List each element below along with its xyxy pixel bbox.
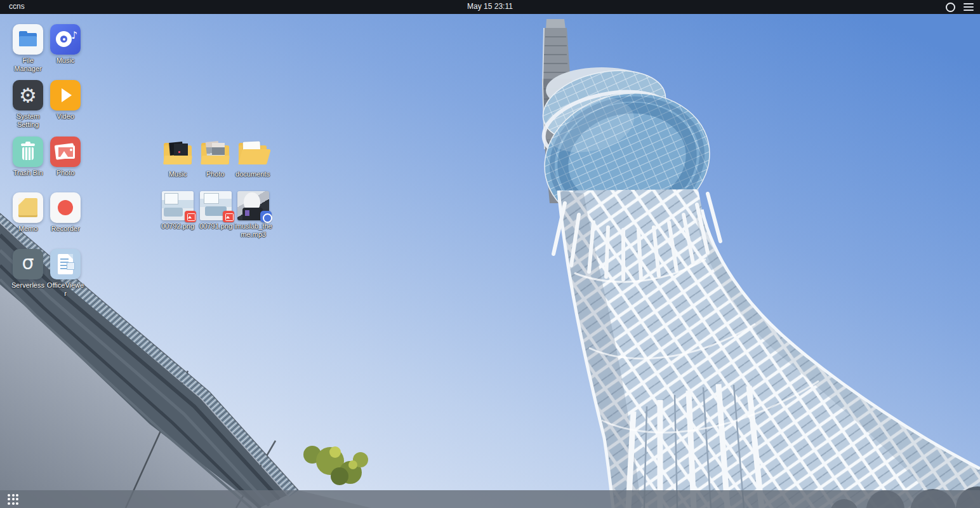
desktop-icon-recorder[interactable]: Recorder — [46, 192, 84, 233]
music-badge-icon — [260, 211, 272, 222]
recorder-app-icon — [50, 192, 81, 223]
desktop-icon-music-app[interactable]: ♪ Music — [46, 24, 84, 65]
photo-app-icon — [50, 137, 81, 167]
sigma-icon: σ — [13, 249, 43, 279]
desktop-folder-documents[interactable]: documents — [232, 139, 273, 178]
desktop-folder-photo[interactable]: Photo — [195, 139, 235, 178]
desktop-screen: ccns May 15 23:11 File Manager ♪ Music ⚙… — [0, 0, 980, 508]
desktop-icon-photo-app[interactable]: Photo — [46, 137, 84, 177]
system-setting-icon: ⚙ — [13, 80, 43, 110]
icon-label: Trash Bin — [9, 169, 47, 177]
gear-icon: ⚙ — [13, 80, 43, 110]
icon-label: File Manager — [9, 57, 47, 73]
desktop-icon-video[interactable]: Video — [46, 80, 84, 121]
image-file-icon — [162, 191, 194, 220]
desktop-icon-system-setting[interactable]: ⚙ System Setting — [9, 80, 47, 129]
icon-label: System Setting — [9, 112, 47, 129]
workspace-label[interactable]: ccns — [9, 2, 25, 11]
app-grid-icon[interactable] — [8, 494, 18, 505]
icon-label: OfficeViewer — [46, 281, 84, 298]
video-app-icon — [50, 80, 81, 110]
icon-label: imuslab_theme.mp3 — [233, 222, 274, 239]
icon-label: Photo — [195, 170, 235, 178]
desktop-icon-office-viewer[interactable]: OfficeViewer — [46, 249, 84, 298]
icon-label: 00792.png — [157, 222, 198, 231]
icon-label: Music — [157, 170, 198, 178]
status-ring-icon[interactable] — [946, 3, 955, 12]
top-status-bar: ccns May 15 23:11 — [0, 0, 980, 14]
folder-music-icon — [162, 140, 193, 168]
icon-label: documents — [232, 170, 273, 178]
trash-bin-icon — [13, 137, 43, 167]
taskbar — [0, 490, 980, 508]
hamburger-menu-icon[interactable] — [963, 3, 974, 11]
desktop-icon-memo[interactable]: Memo — [9, 192, 47, 233]
music-note-icon: ♪ — [71, 29, 77, 41]
desktop-icon-serverless[interactable]: σ Serverless — [9, 249, 47, 290]
icon-label: Serverless — [9, 281, 47, 290]
audio-file-icon — [237, 191, 269, 220]
play-icon — [62, 88, 72, 102]
image-badge-icon — [185, 211, 196, 222]
folder-open-icon — [237, 140, 268, 168]
file-manager-icon — [13, 24, 43, 55]
wallpaper-image — [0, 0, 980, 508]
clock: May 15 23:11 — [467, 2, 513, 11]
desktop-file-00792-png[interactable]: 00792.png — [157, 191, 198, 231]
image-file-icon — [200, 191, 232, 220]
desktop-icon-file-manager[interactable]: File Manager — [9, 24, 47, 73]
music-app-icon: ♪ — [50, 24, 81, 55]
office-viewer-icon — [50, 249, 81, 279]
icon-label: Video — [46, 112, 84, 121]
serverless-app-icon: σ — [13, 249, 43, 279]
desktop-folder-music[interactable]: Music — [157, 139, 198, 178]
memo-app-icon — [13, 192, 43, 223]
icon-label: 00791.png — [195, 222, 236, 231]
folder-photo-icon — [200, 140, 230, 168]
desktop-file-imuslab-theme-mp3[interactable]: imuslab_theme.mp3 — [233, 191, 274, 239]
icon-label: Recorder — [46, 225, 84, 233]
desktop-icon-trash-bin[interactable]: Trash Bin — [9, 137, 47, 177]
icon-label: Photo — [46, 169, 84, 177]
desktop-file-00791-png[interactable]: 00791.png — [195, 191, 236, 231]
icon-label: Music — [46, 57, 84, 65]
icon-label: Memo — [9, 225, 47, 233]
